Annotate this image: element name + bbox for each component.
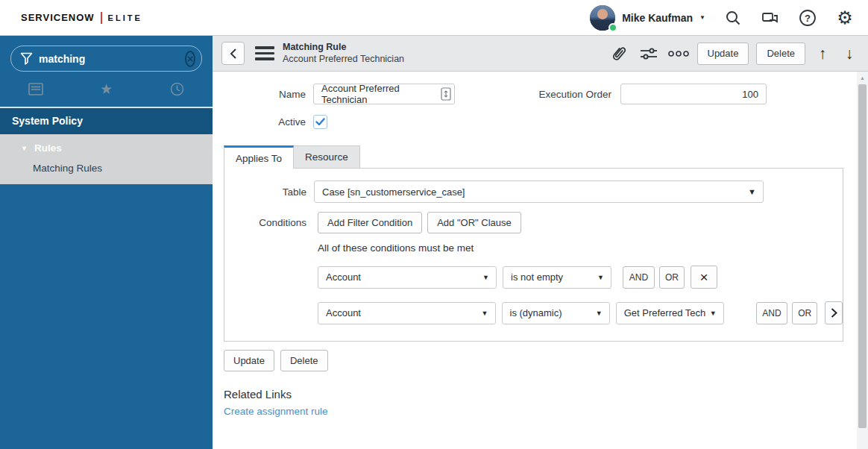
select-caret-icon: ▼ bbox=[597, 274, 604, 281]
clock-icon bbox=[170, 82, 184, 96]
tab-applies-to[interactable]: Applies To bbox=[224, 145, 294, 169]
conditions-label: Conditions bbox=[224, 217, 306, 228]
logo-divider bbox=[101, 12, 102, 24]
delete-button-bottom[interactable]: Delete bbox=[280, 350, 328, 371]
record-type-title: Matching Rule bbox=[283, 42, 404, 54]
help-icon[interactable]: ? bbox=[798, 8, 817, 28]
delete-button[interactable]: Delete bbox=[756, 43, 805, 65]
name-label: Name bbox=[224, 89, 306, 100]
condition-operator-select[interactable]: is not empty ▼ bbox=[503, 266, 611, 289]
star-icon: ★ bbox=[100, 81, 113, 98]
top-header: SERVICENOW ELITE Mike Kaufman ▼ bbox=[0, 0, 868, 36]
toolbar-actions: Update Delete ↑ ↓ bbox=[608, 43, 860, 65]
condition-field-select[interactable]: Account ▼ bbox=[318, 302, 496, 324]
navigator-sidebar: × ★ System Policy ▼ Rules bbox=[0, 36, 213, 449]
attachment-icon[interactable] bbox=[603, 37, 634, 69]
name-value: Account Preferred Technician bbox=[321, 83, 436, 105]
condition-field-select[interactable]: Account ▼ bbox=[318, 266, 497, 289]
user-name: Mike Kaufman bbox=[622, 12, 693, 24]
next-record-icon[interactable]: ↓ bbox=[840, 45, 859, 63]
servicenow-app: SERVICENOW ELITE Mike Kaufman ▼ bbox=[0, 0, 868, 449]
servicenow-logo: SERVICENOW ELITE bbox=[21, 12, 142, 24]
condition-buttons: Add Filter Condition Add "OR" Clause bbox=[318, 212, 521, 233]
condition-value-text: Get Preferred Techi bbox=[624, 307, 705, 318]
tab-resource[interactable]: Resource bbox=[294, 145, 360, 169]
scrollbar-thumb[interactable] bbox=[858, 84, 867, 428]
navigator-filter[interactable]: × bbox=[10, 45, 202, 72]
condition-field-value: Account bbox=[326, 271, 361, 283]
or-button[interactable]: OR bbox=[792, 302, 817, 324]
nav-group-rules: ▼ Rules Matching Rules bbox=[0, 134, 213, 184]
form-tabs: Applies To Resource bbox=[224, 145, 868, 169]
personalize-form-icon[interactable] bbox=[638, 43, 660, 65]
execution-order-label: Execution Order bbox=[462, 89, 611, 100]
remove-condition-icon[interactable]: × bbox=[691, 266, 717, 289]
tab-all-applications[interactable] bbox=[0, 83, 71, 95]
tab-favorites[interactable]: ★ bbox=[71, 81, 142, 98]
chevron-right-icon[interactable] bbox=[825, 301, 843, 324]
form-content: Name Account Preferred Technician Execut… bbox=[213, 72, 868, 449]
previous-record-icon[interactable]: ↑ bbox=[813, 45, 832, 63]
navigator-filter-input[interactable] bbox=[39, 53, 185, 65]
and-button[interactable]: AND bbox=[623, 266, 655, 289]
active-row: Active bbox=[224, 114, 868, 129]
select-caret-icon: ▼ bbox=[748, 187, 756, 196]
sidebar-item-matching-rules[interactable]: Matching Rules bbox=[0, 157, 213, 177]
condition-operator-value: is not empty bbox=[511, 271, 563, 283]
or-button[interactable]: OR bbox=[659, 266, 685, 289]
condition-row: Account ▼ is not empty ▼ AND OR × bbox=[318, 266, 843, 289]
active-checkbox[interactable] bbox=[313, 115, 327, 129]
condition-field-value: Account bbox=[326, 307, 361, 318]
record-toolbar: Matching Rule Account Preferred Technici… bbox=[213, 36, 868, 72]
table-label: Table bbox=[224, 186, 306, 198]
table-row: Table Case [sn_customerservice_case] ▼ bbox=[224, 180, 843, 203]
filter-funnel-icon bbox=[20, 52, 33, 66]
tab-history[interactable] bbox=[142, 82, 213, 96]
footer-buttons: Update Delete bbox=[224, 350, 868, 371]
filter-clear-icon[interactable]: × bbox=[185, 51, 195, 67]
execution-order-field[interactable]: 100 bbox=[620, 84, 767, 104]
name-field[interactable]: Account Preferred Technician bbox=[313, 84, 455, 104]
more-options-icon[interactable] bbox=[667, 43, 690, 65]
nav-group-rules-header[interactable]: ▼ Rules bbox=[0, 139, 213, 157]
search-icon[interactable] bbox=[723, 8, 743, 28]
condition-row: Account ▼ is (dynamic) ▼ Get Preferred T… bbox=[318, 301, 843, 324]
name-row: Name Account Preferred Technician Execut… bbox=[224, 84, 868, 104]
header-controls: Mike Kaufman ▼ ? ⚙ bbox=[590, 5, 855, 31]
condition-value-select[interactable]: Get Preferred Techi ▼ bbox=[616, 302, 724, 324]
and-button[interactable]: AND bbox=[756, 302, 788, 324]
execution-order-value: 100 bbox=[742, 89, 758, 100]
navigator-tabs: ★ bbox=[0, 72, 213, 107]
create-assignment-rule-link[interactable]: Create assignment rule bbox=[224, 406, 328, 417]
status-online-dot bbox=[608, 23, 617, 32]
avatar[interactable] bbox=[590, 5, 615, 31]
add-or-clause-button[interactable]: Add "OR" Clause bbox=[427, 212, 521, 233]
record-title-block: Matching Rule Account Preferred Technici… bbox=[283, 42, 404, 65]
vertical-scrollbar[interactable]: ▲ bbox=[857, 72, 868, 449]
back-button[interactable] bbox=[221, 42, 245, 65]
chat-icon[interactable] bbox=[761, 8, 780, 28]
record-name-subtitle: Account Preferred Technician bbox=[283, 54, 404, 66]
select-caret-icon: ▼ bbox=[710, 310, 717, 317]
gear-icon[interactable]: ⚙ bbox=[835, 8, 855, 28]
logo-primary: SERVICENOW bbox=[21, 12, 95, 23]
expand-text-icon[interactable] bbox=[441, 87, 451, 101]
logo-secondary: ELITE bbox=[108, 13, 142, 22]
related-links-title: Related Links bbox=[224, 388, 868, 401]
nav-group-label: Rules bbox=[34, 142, 62, 154]
condition-operator-value: is (dynamic) bbox=[510, 307, 562, 318]
condition-operator-select[interactable]: is (dynamic) ▼ bbox=[502, 302, 610, 324]
chevron-down-icon: ▼ bbox=[699, 14, 705, 21]
table-select-value: Case [sn_customerservice_case] bbox=[322, 186, 465, 198]
update-button-bottom[interactable]: Update bbox=[224, 350, 274, 371]
scrollbar-up-icon[interactable]: ▲ bbox=[857, 72, 868, 84]
user-menu[interactable]: Mike Kaufman ▼ bbox=[590, 5, 705, 31]
update-button[interactable]: Update bbox=[697, 43, 749, 65]
checkmark-icon bbox=[315, 118, 325, 126]
select-caret-icon: ▼ bbox=[482, 274, 489, 281]
table-select[interactable]: Case [sn_customerservice_case] ▼ bbox=[314, 180, 764, 203]
add-filter-condition-button[interactable]: Add Filter Condition bbox=[318, 212, 422, 233]
main-pane: Matching Rule Account Preferred Technici… bbox=[213, 36, 868, 449]
applies-to-panel: Table Case [sn_customerservice_case] ▼ C… bbox=[224, 168, 843, 342]
form-context-menu-icon[interactable] bbox=[255, 46, 274, 60]
